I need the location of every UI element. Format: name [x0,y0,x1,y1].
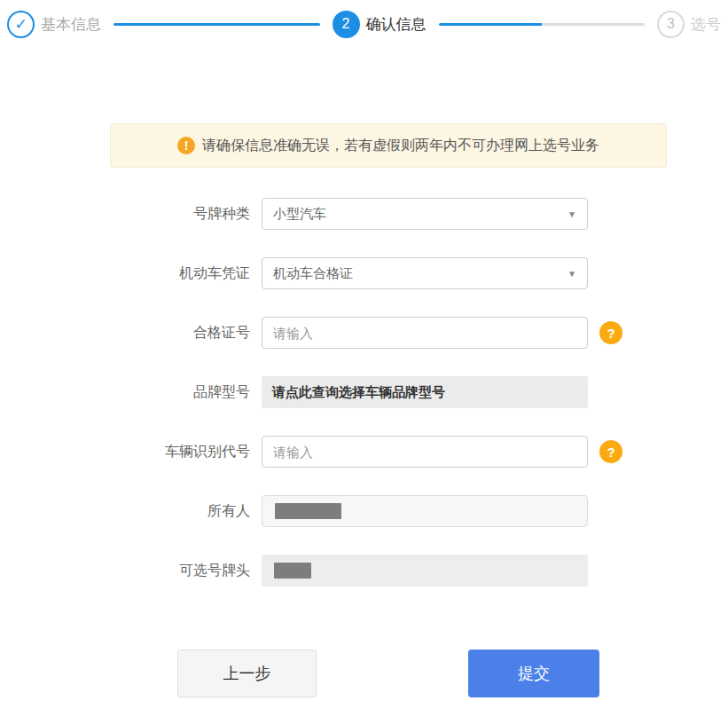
step-label-basic-info: 基本信息 [41,14,101,35]
vehicle-certificate-label: 机动车凭证 [0,264,262,283]
form-row-owner: 所有人 [0,495,728,527]
owner-label: 所有人 [0,502,262,521]
certificate-number-help-icon[interactable]: ? [599,321,622,344]
step-connector-2 [439,23,646,26]
form-row-plate-type: 号牌种类 小型汽车 ▼ [0,198,728,230]
vin-help-icon[interactable]: ? [599,440,622,463]
redacted-owner-value [275,503,341,519]
warning-icon: ! [177,137,195,154]
certificate-number-input[interactable] [262,317,588,349]
form-row-vehicle-certificate: 机动车凭证 机动车合格证 ▼ [0,257,728,289]
step-label-pick-number: 选号 [691,14,721,35]
previous-step-button[interactable]: 上一步 [177,650,317,697]
brand-model-picker[interactable]: 请点此查询选择车辆品牌型号 [262,376,588,408]
warning-text: 请确保信息准确无误，若有虚假则两年内不可办理网上选号业务 [202,137,599,155]
plate-type-value: 小型汽车 [273,206,326,223]
chevron-down-icon: ▼ [568,209,576,219]
step-label-confirm-info: 确认信息 [366,14,427,35]
step-done-check-icon: ✓ [7,11,35,38]
step-connector-1 [114,23,320,26]
plate-type-select[interactable]: 小型汽车 ▼ [262,198,588,230]
plate-prefix-label: 可选号牌头 [0,562,262,580]
form-row-plate-prefix: 可选号牌头 [0,555,728,587]
certificate-number-label: 合格证号 [0,324,262,343]
plate-type-label: 号牌种类 [0,205,262,224]
vin-label: 车辆识别代号 [0,443,262,461]
redacted-plate-prefix-value [274,563,311,579]
step-basic-info: ✓ 基本信息 [7,11,101,38]
vehicle-certificate-select[interactable]: 机动车合格证 ▼ [262,257,588,289]
vehicle-certificate-value: 机动车合格证 [273,265,353,282]
step-pick-number: 3 选号 [657,11,721,38]
brand-model-label: 品牌型号 [0,383,262,402]
form-row-brand-model: 品牌型号 请点此查询选择车辆品牌型号 [0,376,728,408]
confirm-info-form: 号牌种类 小型汽车 ▼ 机动车凭证 机动车合格证 ▼ 合格证号 ? 品牌型号 请… [0,198,728,587]
step-confirm-info: 2 确认信息 [333,11,427,38]
chevron-down-icon: ▼ [568,269,576,279]
warning-banner: ! 请确保信息准确无误，若有虚假则两年内不可办理网上选号业务 [110,123,667,168]
form-row-certificate-number: 合格证号 ? [0,317,728,349]
vin-input[interactable] [262,436,588,468]
plate-prefix-readonly-field [262,555,588,587]
submit-button[interactable]: 提交 [468,650,599,697]
form-row-vin: 车辆识别代号 ? [0,436,728,468]
step-indicator: ✓ 基本信息 2 确认信息 3 选号 [0,0,728,41]
step-number-2: 2 [333,11,360,38]
brand-model-picker-text: 请点此查询选择车辆品牌型号 [272,384,445,401]
form-actions: 上一步 提交 [177,650,728,697]
step-number-3: 3 [657,11,685,38]
owner-readonly-field [262,495,588,527]
